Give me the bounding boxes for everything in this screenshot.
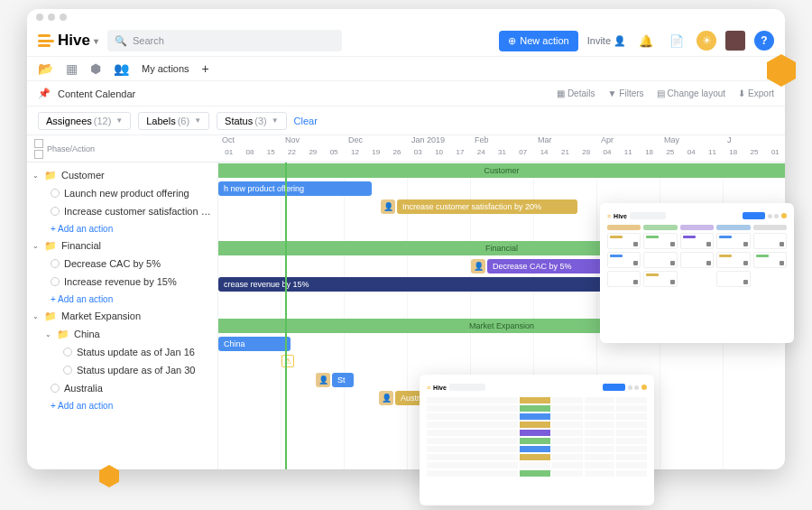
search-placeholder: Search	[133, 35, 164, 46]
day-label: 03	[408, 148, 429, 161]
tab-my-actions[interactable]: My actions	[142, 63, 189, 74]
day-label: 01	[765, 148, 785, 161]
task-row[interactable]: Increase customer satisfaction by 20%	[27, 202, 217, 220]
alert-icon[interactable]: ⚠	[281, 355, 294, 367]
people-icon[interactable]: 👥	[114, 61, 129, 76]
notifications-icon[interactable]: 🔔	[635, 30, 657, 51]
day-label: 11	[702, 148, 723, 161]
folder-open-icon[interactable]: 📂	[38, 61, 53, 76]
new-action-button[interactable]: ⊕ New action	[499, 31, 577, 51]
month-label: Apr	[597, 135, 660, 148]
plus-circle-icon: ⊕	[508, 35, 516, 47]
day-label: 26	[386, 148, 407, 161]
assignee-icon[interactable]: 👤	[381, 199, 395, 214]
task-row[interactable]: Increase revenue by 15%	[27, 273, 217, 291]
chevron-down-icon: ⌄	[45, 330, 52, 338]
folder-icon: 📁	[44, 240, 57, 252]
filter-assignees[interactable]: Assignees (12) ▼	[38, 112, 131, 130]
group-financial[interactable]: ⌄📁Financial	[27, 236, 217, 255]
doc-icon[interactable]: 📄	[666, 30, 687, 51]
assignee-icon[interactable]: 👤	[471, 259, 485, 274]
avatar[interactable]	[725, 31, 745, 51]
invite-button[interactable]: Invite 👤	[587, 35, 626, 47]
month-label: Oct	[218, 135, 281, 148]
day-label: 19	[365, 148, 386, 161]
day-label: 11	[618, 148, 639, 161]
month-label: J	[724, 135, 785, 148]
folder-icon: 📁	[44, 170, 57, 181]
month-label: Jan 2019	[408, 135, 471, 148]
add-action-customer[interactable]: + Add an action	[27, 220, 217, 236]
bar-decrease-cac[interactable]: Decrease CAC by 5%	[487, 259, 604, 274]
traffic-light-close[interactable]	[36, 14, 43, 21]
bar-china[interactable]: China	[218, 337, 291, 351]
traffic-light-max[interactable]	[60, 14, 67, 21]
task-row[interactable]: Status updare as of Jan 30	[27, 361, 217, 379]
invite-label: Invite	[587, 35, 611, 46]
day-label: 29	[302, 148, 323, 161]
day-label: 17	[449, 148, 470, 161]
group-customer[interactable]: ⌄📁Customer	[27, 166, 217, 184]
day-label: 21	[555, 148, 576, 161]
new-action-label: New action	[520, 35, 568, 46]
day-label: 04	[596, 148, 617, 161]
window-titlebar	[27, 9, 785, 25]
day-label: 31	[492, 148, 512, 161]
chevron-down-icon: ⌄	[32, 242, 40, 250]
task-tree: ⌄📁Customer Launch new product offering I…	[27, 162, 218, 469]
filter-labels[interactable]: Labels (6) ▼	[138, 112, 209, 130]
day-label: 18	[639, 148, 660, 161]
bar-increase-satisfaction[interactable]: Increase customer satisfaction by 20%	[397, 199, 577, 214]
filter-status[interactable]: Status (3) ▼	[217, 112, 287, 130]
chevron-down-icon: ▼	[115, 116, 123, 125]
add-action-financial[interactable]: + Add an action	[27, 291, 217, 307]
folder-icon: 📁	[57, 329, 69, 340]
day-label: 14	[533, 148, 554, 161]
circle-icon	[51, 384, 60, 393]
task-row[interactable]: Australia	[27, 379, 217, 397]
day-label: 07	[512, 148, 533, 161]
section-customer[interactable]: Customer	[218, 163, 785, 178]
bar-launch-product[interactable]: h new product offering	[218, 181, 372, 196]
task-row[interactable]: Status update as of Jan 16	[27, 343, 217, 361]
phase-column-header: Phase/Action	[27, 135, 218, 162]
circle-icon	[51, 259, 60, 268]
circle-icon	[63, 366, 72, 375]
timeline-header: Phase/Action OctNovDecJan 2019FebMarAprM…	[27, 135, 785, 162]
details-button[interactable]: ▦ Details	[557, 88, 595, 98]
topbar: Hive ▾ 🔍 Search ⊕ New action Invite 👤 🔔 …	[27, 25, 785, 56]
day-label: 22	[281, 148, 302, 161]
assignee-icon[interactable]: 👤	[379, 391, 393, 405]
filters-button[interactable]: ▼ Filters	[607, 88, 643, 98]
task-row[interactable]: Decrease CAC by 5%	[27, 255, 217, 273]
search-input[interactable]: 🔍 Search	[107, 30, 342, 51]
traffic-light-min[interactable]	[48, 14, 55, 21]
expand-all-icon[interactable]	[34, 139, 43, 148]
brand[interactable]: Hive ▾	[38, 32, 98, 50]
sun-icon[interactable]: ☀	[697, 31, 716, 51]
phase-label: Phase/Action	[47, 144, 95, 153]
day-label: 25	[743, 148, 764, 161]
assignee-icon[interactable]: 👤	[316, 373, 330, 387]
bar-status[interactable]: St	[332, 373, 354, 387]
calendar-num-icon[interactable]: ▦	[66, 61, 78, 76]
group-market[interactable]: ⌄📁Market Expansion	[27, 307, 217, 325]
clear-filters[interactable]: Clear	[294, 116, 318, 126]
day-label: 24	[471, 148, 492, 161]
day-label: 12	[345, 148, 365, 161]
pin-icon[interactable]: 📌	[38, 88, 51, 99]
export-button[interactable]: ⬇ Export	[738, 88, 774, 98]
task-row[interactable]: Launch new product offering	[27, 184, 217, 202]
add-tab-icon[interactable]: +	[202, 61, 209, 76]
chevron-down-icon: ▼	[194, 116, 201, 125]
change-layout-button[interactable]: ▤ Change layout	[657, 88, 726, 98]
badge-icon[interactable]: ⬢	[90, 61, 101, 76]
group-china[interactable]: ⌄📁China	[27, 325, 217, 343]
add-action-market[interactable]: + Add an action	[27, 397, 217, 413]
hive-logo-icon	[38, 34, 54, 47]
person-add-icon: 👤	[614, 35, 626, 47]
circle-icon	[51, 207, 60, 216]
collapse-all-icon[interactable]	[34, 150, 43, 159]
help-icon[interactable]: ?	[754, 31, 774, 51]
thumbnail-kanban: ≡Hive	[600, 203, 794, 343]
